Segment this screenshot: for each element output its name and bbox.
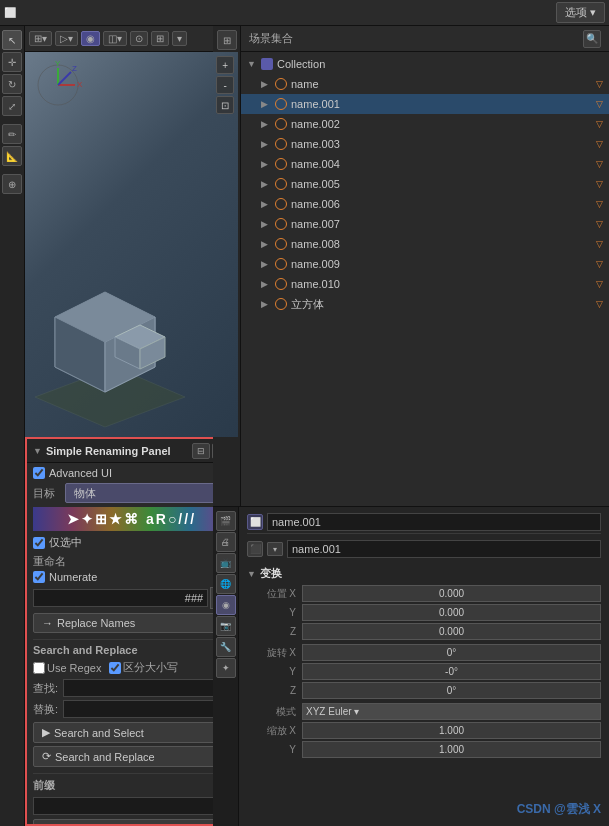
case-sensitive-checkbox[interactable] [109,662,121,674]
outliner-search-btn[interactable]: 🔍 [583,30,601,48]
viewport-canvas[interactable]: Y X Z [25,52,238,437]
use-regex-checkbox[interactable] [33,662,45,674]
transform-section-header[interactable]: ▼ 变换 [247,566,601,581]
measure-btn[interactable]: 📐 [2,146,22,166]
obj-name-4: name.004 [291,158,594,170]
transform-arrow-icon: ▼ [247,569,256,579]
obj-name-3: name.003 [291,138,594,150]
outliner-item-name009[interactable]: ▶ name.009 ▽ [241,254,609,274]
prefix-input-row: @ [33,797,230,815]
panel-collapse-icon[interactable]: ▼ [33,446,42,456]
data-name-field[interactable] [292,543,596,555]
world-props-icon[interactable]: ◉ [216,595,236,615]
annotate-btn[interactable]: ✏ [2,124,22,144]
outliner-item-name010[interactable]: ▶ name.010 ▽ [241,274,609,294]
props-object-name-input [267,513,601,531]
replace-input[interactable] [64,701,210,717]
collection-arrow-icon: ▼ [247,59,259,69]
outliner-item-name007[interactable]: ▶ name.007 ▽ [241,214,609,234]
obj-name-1: name.001 [291,98,594,110]
svg-line-5 [58,72,71,85]
outliner-item-name008[interactable]: ▶ name.008 ▽ [241,234,609,254]
advanced-ui-checkbox[interactable] [33,467,45,479]
top-menu-option[interactable]: 选项 ▾ [556,2,605,23]
menu-bar: ⬜ [4,7,552,18]
prefix-input[interactable] [34,798,210,814]
transform-section-title: 变换 [260,566,282,581]
obj-vis-icon-2: ▽ [596,119,603,129]
outliner-item-cube[interactable]: ▶ 立方体 ▽ [241,294,609,314]
outliner-header: 场景集合 🔍 [241,26,609,52]
mode-select[interactable]: XYZ Euler ▾ [302,703,601,720]
add-btn[interactable]: ⊕ [2,174,22,194]
position-y-row: Y [247,604,601,621]
panel-filter-icon[interactable]: ⊟ [192,443,210,459]
replace-names-btn[interactable]: → Replace Names [33,613,230,633]
transform-section: ▼ 变换 位置 X Y [247,566,601,758]
outliner-item-name002[interactable]: ▶ name.002 ▽ [241,114,609,134]
replace-label: 替换: [33,702,61,717]
scale-tool-btn[interactable]: ⤢ [2,96,22,116]
target-select[interactable]: 物体 [65,483,230,503]
rotation-z-label: Z [247,685,302,696]
object-name-field[interactable] [272,516,596,528]
numerate-checkbox-row: Numerate [33,571,230,583]
numerate-checkbox[interactable] [33,571,45,583]
properties-icon-bar: 🎬 🖨 📺 🌐 ◉ 📷 🔧 ✦ [213,507,239,826]
object-props-icon[interactable]: 📷 [216,616,236,636]
obj-name-0: name [291,78,594,90]
modifier-props-icon[interactable]: 🔧 [216,637,236,657]
view-layer-icon[interactable]: ⊞ [217,30,237,50]
zoom-out-btn[interactable]: - [216,76,234,94]
rotation-z-row: Z [247,682,601,699]
left-toolbar: ↖ ✛ ↻ ⤢ ✏ 📐 ⊕ [0,26,25,826]
outliner-item-name[interactable]: ▶ name ▽ [241,74,609,94]
scale-y-row: Y [247,741,601,758]
cursor-tool-btn[interactable]: ↖ [2,30,22,50]
search-and-select-btn[interactable]: ▶ Search and Select [33,722,230,743]
pos-x-input[interactable] [302,585,601,602]
outliner-item-name004[interactable]: ▶ name.004 ▽ [241,154,609,174]
only-selected-checkbox[interactable] [33,537,45,549]
obj-vis-icon-10: ▽ [596,279,603,289]
outliner-item-name003[interactable]: ▶ name.003 ▽ [241,134,609,154]
zoom-fit-btn[interactable]: ⊡ [216,96,234,114]
renaming-panel: ▼ Simple Renaming Panel ⊟ ⊞ Advanced UI [25,437,238,826]
render-props-icon[interactable]: 🎬 [216,511,236,531]
view-layer-props-icon[interactable]: 📺 [216,553,236,573]
scale-y-input[interactable] [302,741,601,758]
divider-2 [33,773,230,774]
outliner-item-name006[interactable]: ▶ name.006 ▽ [241,194,609,214]
zoom-in-btn[interactable]: + [216,56,234,74]
move-tool-btn[interactable]: ✛ [2,52,22,72]
rot-y-input[interactable] [302,663,601,680]
pos-y-input[interactable] [302,604,601,621]
outliner-item-name001[interactable]: ▶ name.001 ▽ [241,94,609,114]
search-and-replace-btn[interactable]: ⟳ Search and Replace [33,746,230,767]
add-prefix-btn[interactable]: ⏮ Add Prefix [33,819,230,826]
rotate-tool-btn[interactable]: ↻ [2,74,22,94]
particle-props-icon[interactable]: ✦ [216,658,236,678]
scale-x-input[interactable] [302,722,601,739]
viewport-menu[interactable]: ⊞▾ ▷▾ ◉ ◫▾ ⊙ ⊞ ▾ [29,31,187,46]
obj-name-5: name.005 [291,178,594,190]
output-props-icon[interactable]: 🖨 [216,532,236,552]
position-row: 位置 X [247,585,601,602]
advanced-ui-label: Advanced UI [49,467,112,479]
outliner-item-collection[interactable]: ▼ Collection [241,54,609,74]
scene-props-icon[interactable]: 🌐 [216,574,236,594]
outliner-item-name005[interactable]: ▶ name.005 ▽ [241,174,609,194]
pos-z-input[interactable] [302,623,601,640]
obj-icon-0 [275,78,287,90]
rot-x-input[interactable] [302,644,601,661]
cube-scene [25,237,205,437]
obj-icon-1 [275,98,287,110]
obj-name-9: name.009 [291,258,594,270]
rotation-row: 旋转 X [247,644,601,661]
rot-z-input[interactable] [302,682,601,699]
obj-arrow-icon-1: ▶ [261,99,273,109]
outliner-title: 场景集合 [249,31,579,46]
collection-name: Collection [277,58,603,70]
name-prefix-input[interactable] [34,590,181,606]
search-input[interactable] [64,680,210,696]
